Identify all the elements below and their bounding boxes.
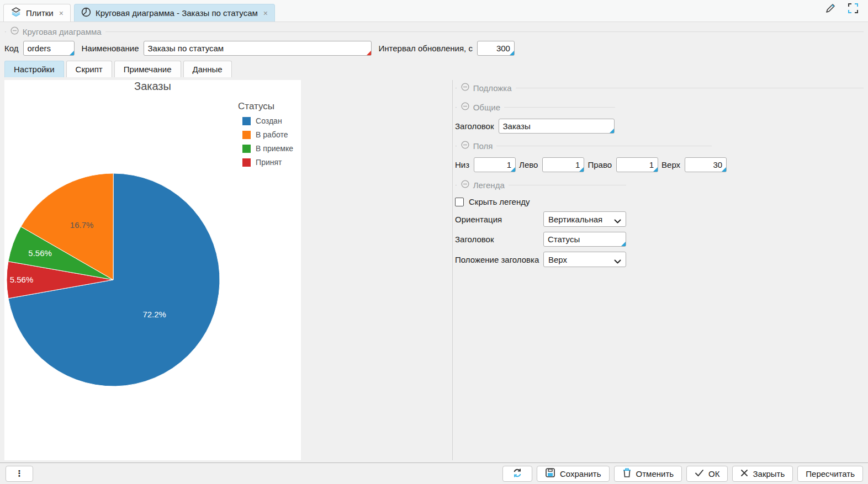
trash-icon — [622, 467, 632, 480]
legend-label: В приемке — [256, 144, 293, 153]
legend-item[interactable]: В приемке — [242, 144, 293, 153]
window-tab-label: Круговая диаграмма - Заказы по статусам — [96, 8, 258, 18]
pie-slice-label: 5.56% — [10, 275, 34, 284]
tab-script[interactable]: Скрипт — [66, 61, 112, 77]
chevron-down-icon — [614, 257, 621, 266]
legend-item[interactable]: В работе — [242, 130, 293, 139]
ok-button[interactable]: ОК — [686, 466, 728, 482]
interval-label: Интервал обновления, с — [379, 44, 473, 53]
chart-title: Заказы — [4, 80, 301, 93]
panel-splitter[interactable] — [452, 80, 453, 460]
margin-left-input[interactable] — [542, 157, 584, 172]
legend-label: В работе — [256, 130, 288, 139]
save-button[interactable]: Сохранить — [537, 466, 610, 482]
tab-data[interactable]: Данные — [183, 61, 232, 77]
legend-swatch — [242, 145, 251, 153]
group-header-pie-chart: · Круговая диаграмма — [4, 26, 864, 36]
orientation-label: Ориентация — [455, 215, 543, 224]
legend-title: Статусы — [238, 101, 293, 112]
window-tab-label: Плитки — [26, 8, 54, 18]
title-position-label: Положение заголовка — [455, 255, 543, 264]
check-icon — [695, 469, 704, 478]
close-icon[interactable]: × — [59, 9, 63, 18]
code-input[interactable] — [23, 41, 75, 56]
margin-top-input[interactable] — [685, 157, 727, 172]
margin-bottom-input[interactable] — [474, 157, 516, 172]
hide-legend-checkbox[interactable] — [455, 198, 464, 206]
legend-title-input[interactable] — [543, 232, 626, 247]
refresh-icon — [512, 467, 523, 480]
refresh-button[interactable] — [502, 466, 532, 482]
tab-settings[interactable]: Настройки — [4, 61, 64, 77]
chart-title-label: Заголовок — [455, 121, 494, 131]
chart-legend: Статусы СозданВ работеВ приемкеПринят — [242, 101, 293, 172]
collapse-icon[interactable] — [461, 141, 469, 151]
pie-chart-icon — [81, 7, 91, 19]
name-label: Наименование — [82, 44, 139, 53]
tab-note[interactable]: Примечание — [114, 61, 181, 77]
orientation-select[interactable]: Вертикальная — [543, 211, 626, 227]
group-header-general: · Общие — [455, 102, 615, 112]
margin-left-label: Лево — [519, 160, 538, 169]
close-button[interactable]: Закрыть — [732, 466, 793, 482]
more-button[interactable]: ⋮ — [6, 466, 33, 482]
interval-input[interactable] — [477, 41, 515, 56]
pie-slice-label: 16.7% — [70, 220, 94, 230]
chart-title-input[interactable] — [499, 119, 615, 134]
pie-slice-label: 5.56% — [28, 248, 52, 258]
legend-items: СозданВ работеВ приемкеПринят — [242, 116, 293, 167]
chart-settings-panel: · Подложка · Общие Заголовок · Поля Низ — [455, 80, 864, 267]
cancel-button[interactable]: Отменить — [614, 466, 682, 482]
legend-title-label: Заголовок — [455, 235, 543, 244]
footer-toolbar: ⋮ — [0, 463, 868, 484]
pie-slice-label: 72.2% — [142, 310, 166, 319]
hide-legend-label: Скрыть легенду — [469, 197, 530, 206]
margin-bottom-label: Низ — [455, 160, 469, 169]
legend-swatch — [242, 158, 251, 167]
chart-preview-panel: Заказы Статусы СозданВ работеВ приемкеПр… — [4, 80, 301, 460]
collapse-icon[interactable] — [10, 26, 19, 36]
legend-item[interactable]: Принят — [242, 158, 293, 167]
close-icon[interactable]: × — [263, 9, 268, 18]
group-header-legend: · Легенда — [455, 180, 626, 190]
save-icon — [545, 467, 555, 480]
legend-swatch — [242, 117, 251, 125]
x-icon — [740, 469, 748, 478]
legend-label: Создан — [256, 116, 282, 125]
app-window: Плитки × Круговая диаграмма - Заказы по … — [0, 0, 868, 484]
fullscreen-icon[interactable] — [847, 2, 859, 17]
recalculate-button[interactable]: Пересчитать — [797, 466, 863, 482]
settings-tab-strip: Настройки Скрипт Примечание Данные — [4, 61, 232, 77]
code-label: Код — [4, 44, 19, 53]
window-tab-pie-chart[interactable]: Круговая диаграмма - Заказы по статусам … — [74, 4, 275, 22]
margin-right-label: Право — [588, 160, 612, 169]
layers-icon — [10, 7, 22, 19]
legend-swatch — [242, 131, 251, 139]
window-tab-bar: Плитки × Круговая диаграмма - Заказы по … — [0, 0, 868, 22]
group-header-backdrop: · Подложка — [455, 83, 864, 93]
group-label: Круговая диаграмма — [23, 27, 102, 36]
margins-row: Низ Лево Право Верх — [455, 157, 864, 172]
collapse-icon[interactable] — [461, 180, 469, 190]
chevron-down-icon — [614, 216, 621, 226]
group-header-margins: · Поля — [455, 141, 712, 151]
margin-right-input[interactable] — [616, 157, 658, 172]
margin-top-label: Верх — [661, 160, 680, 169]
name-input[interactable] — [144, 41, 372, 56]
pie-chart: 72.2%5.56%5.56%16.7% — [4, 171, 222, 389]
legend-label: Принят — [256, 158, 282, 167]
title-position-select[interactable]: Верх — [543, 252, 626, 267]
edit-icon[interactable] — [824, 2, 837, 17]
legend-item[interactable]: Создан — [242, 116, 293, 125]
collapse-icon[interactable] — [461, 102, 469, 112]
collapse-icon[interactable] — [461, 83, 469, 93]
chart-properties-form: Код Наименование Интервал обновления, с — [4, 41, 515, 56]
window-tab-tiles[interactable]: Плитки × — [3, 4, 71, 22]
